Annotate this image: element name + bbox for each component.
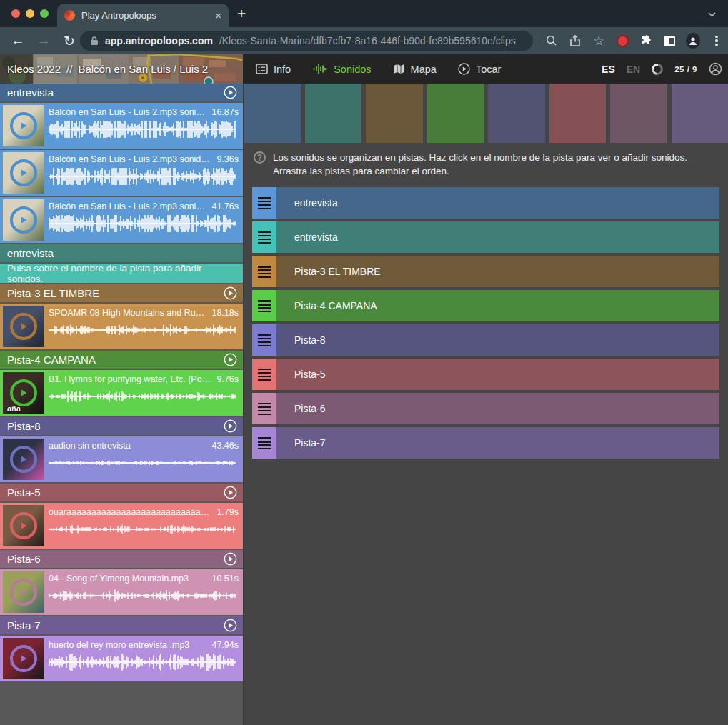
- clip-play-button[interactable]: [10, 112, 37, 139]
- address-bar[interactable]: app.antropoloops.com/Kleos-Santa-Marina/…: [80, 31, 533, 51]
- track-header[interactable]: entrevista: [0, 244, 243, 262]
- drag-handle[interactable]: [252, 221, 276, 253]
- track-color-columns: [244, 84, 728, 143]
- drag-handle[interactable]: [252, 393, 276, 424]
- track-header[interactable]: Pista-3 EL TIMBRE: [0, 284, 243, 302]
- nav-item-info[interactable]: Info: [256, 64, 291, 75]
- bookmark-star-icon[interactable]: ☆: [592, 34, 606, 48]
- track-column[interactable]: [610, 84, 667, 143]
- drag-handle[interactable]: [252, 256, 276, 287]
- drag-handle[interactable]: [252, 324, 276, 356]
- clip-duration: 18.18s: [211, 308, 239, 318]
- zoom-window-button[interactable]: [40, 9, 49, 18]
- nav-item-sonidos[interactable]: Sonidos: [312, 64, 371, 75]
- track-name: Pista-5: [7, 486, 224, 499]
- clip-play-button[interactable]: [10, 313, 37, 340]
- language-es[interactable]: ES: [602, 64, 615, 75]
- tab-close-icon[interactable]: ×: [215, 9, 221, 21]
- profile-avatar[interactable]: [686, 34, 700, 48]
- track-column[interactable]: [672, 84, 728, 143]
- track-header[interactable]: Pista-4 CAMPANA: [0, 351, 243, 369]
- drag-handle[interactable]: [252, 290, 276, 321]
- track-column[interactable]: [366, 84, 423, 143]
- audio-clip[interactable]: audion sin entrevista 43.46s: [0, 436, 243, 482]
- audio-clip[interactable]: ouaraaaaaaaaaaaaaaaaaaaaaaaaaaaaaaaaaa..…: [0, 503, 243, 549]
- share-icon[interactable]: [568, 34, 582, 48]
- clip-thumbnail: [3, 199, 44, 241]
- track-row[interactable]: Pista-6: [252, 393, 719, 424]
- track-play-button[interactable]: [224, 552, 237, 566]
- track-row[interactable]: Pista-7: [252, 427, 719, 459]
- track-column[interactable]: [305, 84, 362, 143]
- track-row-body[interactable]: entrevista: [276, 187, 719, 219]
- browser-menu-icon[interactable]: [709, 34, 724, 48]
- track-header[interactable]: Pista-7: [0, 616, 243, 634]
- clip-duration: 43.46s: [211, 441, 239, 451]
- nav-item-mapa[interactable]: Mapa: [393, 64, 437, 75]
- track-play-button[interactable]: [224, 353, 237, 366]
- side-panel-icon[interactable]: [662, 34, 677, 48]
- nav-label-tocar: Tocar: [476, 64, 501, 75]
- breadcrumb-project[interactable]: Kleos 2022: [7, 63, 61, 75]
- new-tab-button[interactable]: +: [237, 6, 246, 21]
- audio-clip[interactable]: aña B1. Hymns for purifying water, Etc. …: [0, 370, 243, 416]
- tab-search-chevron-icon[interactable]: [708, 9, 715, 16]
- track-play-button[interactable]: [224, 619, 237, 632]
- track-row[interactable]: Pista-5: [252, 359, 719, 390]
- drag-handle[interactable]: [252, 359, 276, 390]
- track-row-body[interactable]: entrevista: [276, 221, 719, 253]
- drag-handle[interactable]: [252, 187, 276, 219]
- track-column[interactable]: [244, 84, 301, 143]
- track-play-button[interactable]: [224, 286, 237, 300]
- minimize-window-button[interactable]: [26, 9, 34, 18]
- audio-clip[interactable]: 04 - Song of Yimeng Mountain.mp3 10.51s: [0, 569, 243, 615]
- track-row-body[interactable]: Pista-6: [276, 393, 719, 424]
- drag-handle[interactable]: [252, 427, 276, 459]
- audio-clip[interactable]: huerto del rey moro entrevista .mp3 47.9…: [0, 636, 243, 681]
- audio-clip[interactable]: SPOAMR 08 High Mountains and Running ...…: [0, 304, 243, 349]
- reload-button[interactable]: ↻: [61, 33, 77, 49]
- browser-tab[interactable]: Play Antropoloops ×: [57, 4, 229, 27]
- track-row[interactable]: entrevista: [252, 221, 719, 253]
- track-row-body[interactable]: Pista-8: [276, 324, 719, 356]
- track-row[interactable]: Pista-8: [252, 324, 719, 356]
- clip-play-button[interactable]: [10, 645, 37, 672]
- track-header[interactable]: entrevista: [0, 84, 243, 101]
- track-header[interactable]: Pista-5: [0, 484, 243, 501]
- track-row[interactable]: Pista-4 CAMPANA: [252, 290, 719, 321]
- clip-play-button[interactable]: [10, 159, 37, 186]
- track-column[interactable]: [427, 84, 484, 143]
- clip-play-button[interactable]: [10, 579, 37, 606]
- map-thumbnail[interactable]: Kleos 2022 // Balcón en San Luis / Luis …: [0, 54, 243, 84]
- track-header[interactable]: Pista-8: [0, 417, 243, 435]
- nav-item-tocar[interactable]: Tocar: [458, 63, 501, 75]
- clip-play-button[interactable]: [10, 512, 37, 539]
- track-row-body[interactable]: Pista-3 EL TIMBRE: [276, 256, 719, 287]
- track-row-body[interactable]: Pista-5: [276, 359, 719, 390]
- audio-clip[interactable]: Balcón en San Luis - Luis 2.mp3 sonido h…: [0, 150, 243, 196]
- recording-extension-icon[interactable]: [615, 34, 629, 48]
- account-icon[interactable]: [709, 62, 722, 76]
- extensions-puzzle-icon[interactable]: [639, 34, 653, 48]
- track-play-button[interactable]: [224, 86, 237, 99]
- clip-play-button[interactable]: [10, 446, 37, 473]
- track-play-button[interactable]: [224, 486, 237, 499]
- language-en[interactable]: EN: [627, 64, 640, 75]
- track-row[interactable]: Pista-3 EL TIMBRE: [252, 256, 719, 287]
- track-row-body[interactable]: Pista-7: [276, 427, 719, 459]
- tracks-help-text: Los sonidos se organizan en pistas. Haz …: [273, 151, 718, 178]
- audio-clip[interactable]: Balcón en San Luis - Luis 2.mp3 sonido h…: [0, 197, 243, 243]
- track-column[interactable]: [488, 84, 545, 143]
- track-row[interactable]: entrevista: [252, 187, 719, 219]
- clip-play-button[interactable]: [10, 206, 37, 234]
- track-row-body[interactable]: Pista-4 CAMPANA: [276, 290, 719, 321]
- audio-clip[interactable]: Balcón en San Luis - Luis 2.mp3 sonido h…: [0, 103, 243, 149]
- back-button[interactable]: ←: [10, 33, 26, 49]
- close-window-button[interactable]: [11, 9, 20, 18]
- track-header[interactable]: Pista-6: [0, 550, 243, 568]
- track-column[interactable]: [549, 84, 607, 143]
- zoom-search-icon[interactable]: [544, 34, 559, 48]
- track-play-button[interactable]: [224, 419, 237, 433]
- clip-play-button[interactable]: [10, 379, 37, 406]
- track-row-list: entrevista entrevista Pista-3 EL TIMBRE …: [252, 187, 719, 459]
